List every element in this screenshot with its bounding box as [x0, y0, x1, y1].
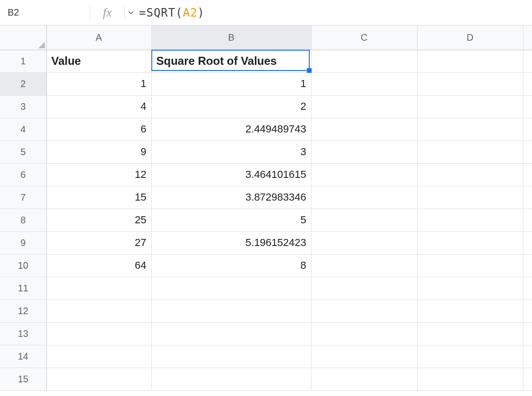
cell-C1[interactable]: [311, 50, 417, 72]
cell-B12[interactable]: [151, 299, 311, 322]
table-row: 342: [0, 95, 532, 118]
cell-E1[interactable]: [523, 50, 532, 72]
cell-C2[interactable]: [311, 72, 417, 95]
select-all-corner[interactable]: [0, 26, 46, 50]
column-header-D[interactable]: D: [417, 26, 523, 50]
row-header-6[interactable]: 6: [0, 163, 46, 186]
cell-E4[interactable]: [523, 118, 532, 141]
cell-A8[interactable]: 25: [46, 209, 151, 231]
cell-E7[interactable]: [523, 186, 532, 209]
cell-D8[interactable]: [417, 209, 523, 231]
cell-C15[interactable]: [311, 368, 417, 390]
cell-E2[interactable]: [523, 72, 532, 95]
row-header-4[interactable]: 4: [0, 118, 46, 141]
cell-C4[interactable]: [311, 118, 417, 141]
cell-A9[interactable]: 27: [46, 231, 151, 254]
cell-D3[interactable]: [417, 95, 523, 118]
row-header-11[interactable]: 11: [0, 277, 46, 299]
cell-E15[interactable]: [523, 368, 532, 390]
cell-C10[interactable]: [311, 254, 417, 277]
row-header-12[interactable]: 12: [0, 299, 46, 322]
cell-D12[interactable]: [417, 299, 523, 322]
name-box[interactable]: [7, 7, 128, 18]
cell-C6[interactable]: [311, 163, 417, 186]
cell-A6[interactable]: 12: [46, 163, 151, 186]
column-header-extra[interactable]: [523, 26, 532, 50]
cell-A11[interactable]: [46, 277, 151, 299]
cell-D10[interactable]: [417, 254, 523, 277]
cell-B5[interactable]: 3: [151, 141, 311, 163]
cell-E3[interactable]: [523, 95, 532, 118]
row-header-13[interactable]: 13: [0, 322, 46, 345]
cell-B1[interactable]: Square Root of Values: [151, 50, 311, 72]
cell-C5[interactable]: [311, 141, 417, 163]
cell-A15[interactable]: [46, 368, 151, 390]
cell-A7[interactable]: 15: [46, 186, 151, 209]
chevron-down-icon[interactable]: [128, 8, 134, 18]
cell-A13[interactable]: [46, 322, 151, 345]
cell-E6[interactable]: [523, 163, 532, 186]
cell-C11[interactable]: [311, 277, 417, 299]
row-header-8[interactable]: 8: [0, 209, 46, 231]
cell-B4[interactable]: 2.449489743: [151, 118, 311, 141]
cell-D5[interactable]: [417, 141, 523, 163]
cell-D9[interactable]: [417, 231, 523, 254]
cell-A3[interactable]: 4: [46, 95, 151, 118]
cell-D4[interactable]: [417, 118, 523, 141]
cell-A10[interactable]: 64: [46, 254, 151, 277]
column-header-A[interactable]: A: [46, 26, 151, 50]
row-header-7[interactable]: 7: [0, 186, 46, 209]
cell-B14[interactable]: [151, 345, 311, 368]
cell-D1[interactable]: [417, 50, 523, 72]
cell-D2[interactable]: [417, 72, 523, 95]
cell-E11[interactable]: [523, 277, 532, 299]
cell-E10[interactable]: [523, 254, 532, 277]
cell-C14[interactable]: [311, 345, 417, 368]
cell-A14[interactable]: [46, 345, 151, 368]
row-header-10[interactable]: 10: [0, 254, 46, 277]
cell-C9[interactable]: [311, 231, 417, 254]
row-header-3[interactable]: 3: [0, 95, 46, 118]
cell-B7[interactable]: 3.872983346: [151, 186, 311, 209]
cell-E14[interactable]: [523, 345, 532, 368]
row-header-15[interactable]: 15: [0, 368, 46, 390]
row-header-14[interactable]: 14: [0, 345, 46, 368]
row-header-9[interactable]: 9: [0, 231, 46, 254]
cell-B8[interactable]: 5: [151, 209, 311, 231]
cell-C3[interactable]: [311, 95, 417, 118]
cell-A5[interactable]: 9: [46, 141, 151, 163]
cell-B9[interactable]: 5.196152423: [151, 231, 311, 254]
row-header-2[interactable]: 2: [0, 72, 46, 95]
cell-E5[interactable]: [523, 141, 532, 163]
cell-D14[interactable]: [417, 345, 523, 368]
cell-A1[interactable]: Value: [46, 50, 151, 72]
formula-input[interactable]: = SQRT ( A2 ): [125, 6, 532, 19]
cell-C12[interactable]: [311, 299, 417, 322]
cell-E12[interactable]: [523, 299, 532, 322]
cell-C7[interactable]: [311, 186, 417, 209]
cell-D7[interactable]: [417, 186, 523, 209]
cell-E13[interactable]: [523, 322, 532, 345]
cell-B15[interactable]: [151, 368, 311, 390]
cell-C13[interactable]: [311, 322, 417, 345]
cell-A12[interactable]: [46, 299, 151, 322]
row-header-5[interactable]: 5: [0, 141, 46, 163]
cell-A2[interactable]: 1: [46, 72, 151, 95]
cell-E8[interactable]: [523, 209, 532, 231]
cell-B2[interactable]: 1: [151, 72, 311, 95]
row-header-1[interactable]: 1: [0, 50, 46, 72]
cell-D6[interactable]: [417, 163, 523, 186]
cell-C8[interactable]: [311, 209, 417, 231]
cell-D11[interactable]: [417, 277, 523, 299]
cell-D15[interactable]: [417, 368, 523, 390]
cell-E9[interactable]: [523, 231, 532, 254]
cell-A4[interactable]: 6: [46, 118, 151, 141]
cell-B3[interactable]: 2: [151, 95, 311, 118]
cell-B6[interactable]: 3.464101615: [151, 163, 311, 186]
cell-B13[interactable]: [151, 322, 311, 345]
column-header-B[interactable]: B: [151, 26, 311, 50]
cell-B10[interactable]: 8: [151, 254, 311, 277]
column-header-C[interactable]: C: [311, 26, 417, 50]
cell-D13[interactable]: [417, 322, 523, 345]
cell-B11[interactable]: [151, 277, 311, 299]
